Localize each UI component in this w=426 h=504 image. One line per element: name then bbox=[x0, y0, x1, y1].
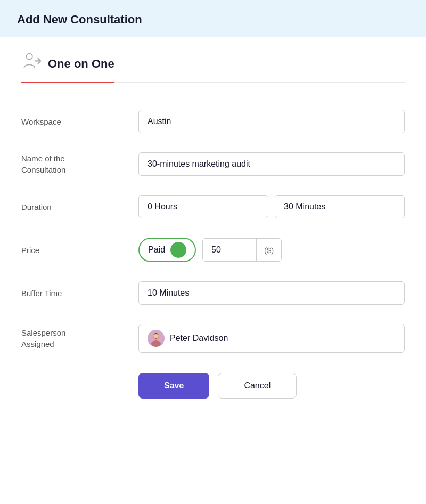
toggle-circle bbox=[170, 242, 186, 258]
tab-section: One on One bbox=[21, 52, 405, 83]
duration-row: Duration bbox=[21, 185, 405, 228]
salesperson-name: Peter Davidson bbox=[170, 334, 228, 343]
price-input[interactable] bbox=[203, 239, 256, 261]
buffer-time-row: Buffer Time bbox=[21, 272, 405, 314]
button-row: Save Cancel bbox=[138, 362, 405, 399]
workspace-label: Workspace bbox=[21, 116, 128, 127]
salesperson-input[interactable]: Peter Davidson bbox=[138, 324, 405, 353]
price-toggle-label: Paid bbox=[148, 245, 165, 255]
duration-hours-input[interactable] bbox=[138, 195, 268, 218]
price-row: Price Paid ($) bbox=[21, 228, 405, 272]
duration-label: Duration bbox=[21, 201, 128, 213]
workspace-row: Workspace bbox=[21, 100, 405, 143]
salesperson-row: Salesperson Assigned Peter Davidson bbox=[21, 314, 405, 362]
buffer-time-label: Buffer Time bbox=[21, 288, 128, 299]
consultation-name-input[interactable] bbox=[138, 152, 405, 176]
consultation-name-row: Name of the Consultation bbox=[21, 143, 405, 185]
form-section: Workspace Name of the Consultation Durat… bbox=[21, 100, 405, 399]
save-button[interactable]: Save bbox=[138, 373, 209, 399]
price-controls: Paid ($) bbox=[138, 238, 405, 262]
content-section: One on One Workspace Name of the Consult… bbox=[0, 37, 426, 420]
header-section: Add New Consultation bbox=[0, 0, 426, 37]
salesperson-label: Salesperson Assigned bbox=[21, 327, 128, 349]
workspace-input[interactable] bbox=[138, 110, 405, 133]
price-currency: ($) bbox=[256, 239, 281, 261]
consultation-name-label: Name of the Consultation bbox=[21, 153, 128, 175]
svg-point-3 bbox=[151, 340, 161, 347]
price-input-wrap: ($) bbox=[202, 238, 282, 262]
price-label: Price bbox=[21, 245, 128, 256]
buffer-time-input[interactable] bbox=[138, 281, 405, 305]
cancel-button[interactable]: Cancel bbox=[218, 373, 297, 399]
salesperson-avatar bbox=[148, 330, 165, 347]
page-title: Add New Consultation bbox=[17, 13, 409, 27]
tab-label: One on One bbox=[48, 57, 114, 71]
price-toggle[interactable]: Paid bbox=[138, 238, 196, 262]
svg-point-0 bbox=[26, 53, 32, 59]
duration-minutes-input[interactable] bbox=[275, 195, 405, 218]
one-on-one-icon bbox=[21, 52, 43, 75]
tab-one-on-one[interactable]: One on One bbox=[21, 52, 114, 83]
duration-inputs bbox=[138, 195, 405, 218]
